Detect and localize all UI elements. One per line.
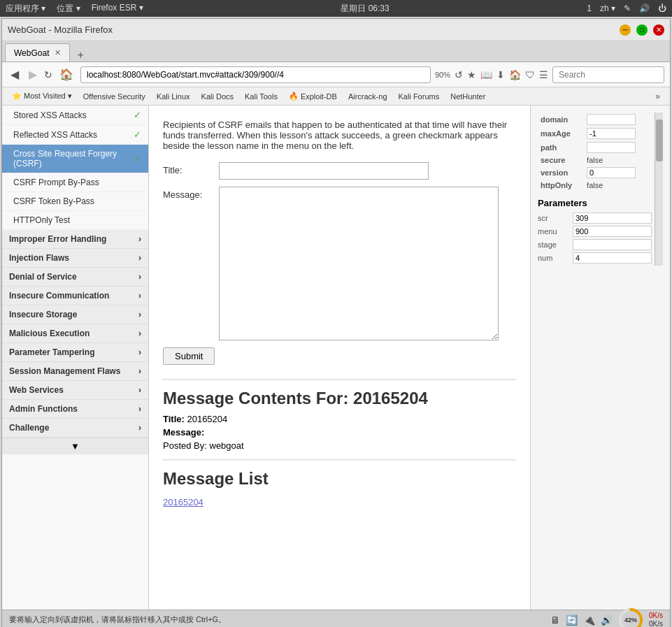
- usb-icon: 🔌: [583, 614, 595, 626]
- sidebar-item-admin-functions[interactable]: Admin Functions ›: [2, 400, 148, 419]
- param-input-menu[interactable]: [573, 226, 652, 237]
- sidebar-item-csrf[interactable]: Cross Site Request Forgery (CSRF) ✓: [2, 145, 148, 173]
- bookmark-aircrack[interactable]: Aircrack-ng: [344, 91, 392, 102]
- os-language[interactable]: zh ▾: [600, 3, 615, 13]
- bookmark-most-visited[interactable]: ⭐ Most Visited ▾: [8, 90, 76, 102]
- param-label-menu: menu: [538, 227, 573, 236]
- minimize-button[interactable]: ─: [620, 24, 631, 36]
- sidebar-scroll-down[interactable]: ▼: [2, 438, 148, 454]
- submit-button[interactable]: Submit: [163, 347, 215, 365]
- forward-button[interactable]: ▶: [26, 66, 40, 82]
- check-icon: ✓: [134, 154, 141, 164]
- sidebar-item-stored-xss[interactable]: Stored XSS Attacks ✓: [2, 106, 148, 125]
- reader-mode-icon[interactable]: 📖: [480, 69, 492, 80]
- tab-close-button[interactable]: ✕: [55, 48, 61, 57]
- home-icon[interactable]: 🏠: [509, 69, 521, 80]
- cookie-value-path[interactable]: [587, 142, 636, 153]
- sidebar-item-insecure-comm[interactable]: Insecure Communication ›: [2, 287, 148, 305]
- sidebar-item-injection[interactable]: Injection Flaws ›: [2, 249, 148, 268]
- right-panel-content: domain maxAge path: [538, 113, 652, 266]
- sidebar-item-label: CSRF Prompt By-Pass: [13, 178, 99, 187]
- bookmark-more-button[interactable]: »: [651, 90, 664, 103]
- window-controls: ─ □ ✕: [620, 24, 664, 36]
- sidebar-item-session-mgmt[interactable]: Session Management Flaws ›: [2, 362, 148, 381]
- param-input-stage[interactable]: [573, 239, 652, 250]
- bookmark-kali-docs[interactable]: Kali Docs: [197, 91, 238, 102]
- bookmark-kali-tools[interactable]: Kali Tools: [241, 91, 282, 102]
- params-heading: Parameters: [538, 198, 652, 208]
- param-input-scr[interactable]: [573, 212, 652, 224]
- divider-1: [163, 379, 516, 380]
- sidebar-item-malicious-exec[interactable]: Malicious Execution ›: [2, 324, 148, 343]
- bookmark-star-icon[interactable]: ★: [467, 69, 476, 80]
- sidebar-item-challenge[interactable]: Challenge ›: [2, 419, 148, 438]
- title-input[interactable]: [219, 162, 429, 180]
- menu-icon[interactable]: ☰: [539, 69, 548, 80]
- main-content: Recipients of CSRF emails that happen to…: [149, 106, 530, 610]
- download-icon[interactable]: ⬇: [496, 69, 505, 80]
- search-input[interactable]: [552, 66, 664, 83]
- os-brightness-icon[interactable]: ✎: [624, 3, 631, 13]
- sidebar-item-csrf-token[interactable]: CSRF Token By-Pass: [2, 192, 148, 211]
- sidebar-item-dos[interactable]: Denial of Service ›: [2, 268, 148, 287]
- bookmark-nethunter[interactable]: NetHunter: [446, 91, 489, 102]
- param-row-scr: scr: [538, 212, 652, 224]
- audio-icon: 🔊: [601, 614, 613, 626]
- new-tab-button[interactable]: +: [73, 49, 87, 62]
- cookie-value-domain[interactable]: [587, 114, 636, 125]
- back-button[interactable]: ◀: [8, 66, 22, 82]
- sidebar-item-csrf-prompt[interactable]: CSRF Prompt By-Pass: [2, 173, 148, 192]
- check-icon: ✓: [134, 129, 141, 140]
- bookmark-label: Kali Docs: [201, 92, 234, 101]
- shield-icon[interactable]: 🛡: [525, 69, 535, 80]
- sidebar-item-web-services[interactable]: Web Services ›: [2, 381, 148, 400]
- message-textarea[interactable]: [219, 187, 499, 340]
- bookmark-kali-linux[interactable]: Kali Linux: [152, 91, 194, 102]
- sidebar-item-improper-error[interactable]: Improper Error Handling ›: [2, 230, 148, 249]
- bookmark-label: Kali Forums: [399, 92, 440, 101]
- os-volume-icon[interactable]: 🔊: [639, 3, 650, 13]
- sidebar-item-insecure-storage[interactable]: Insecure Storage ›: [2, 305, 148, 324]
- message-list-link[interactable]: 20165204: [163, 497, 203, 507]
- sidebar-item-label: CSRF Token By-Pass: [13, 196, 94, 206]
- reload-button[interactable]: ↻: [44, 69, 52, 80]
- bookmark-exploit-db[interactable]: 🔥 Exploit-DB: [285, 90, 341, 102]
- browser-tab-webgoat[interactable]: WebGoat ✕: [5, 43, 70, 62]
- upload-speed: 0K/s: [649, 612, 663, 619]
- status-message: 要将输入定向到该虚拟机，请将鼠标指针移入其中或按 Ctrl+G。: [9, 614, 226, 625]
- sidebar-item-label: Parameter Tampering: [9, 347, 95, 357]
- bookmark-kali-forums[interactable]: Kali Forums: [394, 91, 444, 102]
- cookie-row-path: path: [538, 140, 652, 154]
- close-button[interactable]: ✕: [653, 24, 664, 36]
- bookmarks-bar: ⭐ Most Visited ▾ Offensive Security Kali…: [2, 87, 670, 106]
- chevron-right-icon: ›: [138, 404, 141, 414]
- os-firefox-menu[interactable]: Firefox ESR ▾: [92, 3, 143, 15]
- maximize-button[interactable]: □: [636, 24, 648, 36]
- os-workspace[interactable]: 1: [587, 3, 592, 13]
- param-input-num[interactable]: [573, 252, 652, 264]
- param-row-menu: menu: [538, 226, 652, 237]
- chevron-right-icon: ›: [138, 234, 141, 244]
- cookie-key: path: [538, 140, 584, 154]
- sidebar-item-reflected-xss[interactable]: Reflected XSS Attacks ✓: [2, 125, 148, 145]
- sidebar-item-httponly[interactable]: HTTPOnly Test: [2, 211, 148, 230]
- right-panel-scrollbar[interactable]: [655, 113, 663, 266]
- message-list-heading: Message List: [163, 469, 516, 489]
- sidebar-item-label: Admin Functions: [9, 404, 78, 414]
- bookmark-label: Kali Tools: [245, 92, 278, 101]
- os-power-icon[interactable]: ⏻: [658, 3, 666, 13]
- cookie-value-version[interactable]: [587, 167, 636, 178]
- chevron-right-icon: ›: [138, 329, 141, 338]
- os-places-menu[interactable]: 位置 ▾: [57, 3, 80, 15]
- cookie-key: secure: [538, 154, 584, 166]
- sidebar: Stored XSS Attacks ✓ Reflected XSS Attac…: [2, 106, 149, 610]
- os-apps-menu[interactable]: 应用程序 ▾: [6, 3, 45, 15]
- bookmark-label: Kali Linux: [157, 92, 190, 101]
- bookmark-offensive-security[interactable]: Offensive Security: [79, 91, 150, 102]
- url-bar[interactable]: [80, 66, 431, 83]
- home-button[interactable]: 🏠: [57, 66, 76, 82]
- reload-icon[interactable]: ↺: [455, 69, 463, 80]
- browser-content: Stored XSS Attacks ✓ Reflected XSS Attac…: [2, 106, 670, 610]
- sidebar-item-param-tampering[interactable]: Parameter Tampering ›: [2, 343, 148, 362]
- cookie-value-maxage[interactable]: [587, 128, 636, 139]
